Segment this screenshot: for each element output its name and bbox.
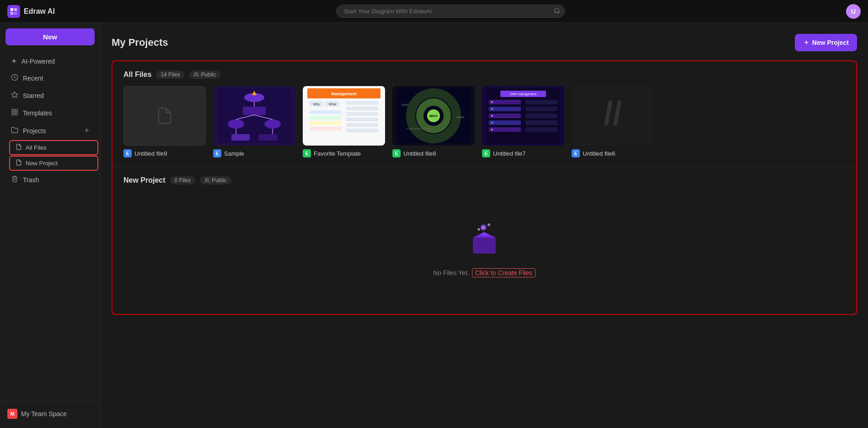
main-content: My Projects ＋ New Project All Files 14 F… — [101, 23, 868, 428]
svg-point-73 — [488, 223, 490, 226]
file-type-icon: E — [572, 149, 580, 157]
all-files-label: All Files — [26, 144, 47, 151]
all-files-section: All Files 14 Files Public E — [113, 61, 856, 167]
file-info: E Sample — [213, 149, 295, 157]
svg-point-64 — [491, 108, 493, 110]
svg-text:What: What — [329, 103, 336, 106]
new-project-button[interactable]: ＋ New Project — [795, 34, 857, 51]
empty-illustration — [466, 219, 503, 263]
team-space-label: My Team Space — [21, 410, 67, 417]
svg-point-74 — [478, 228, 480, 231]
file-card[interactable]: E Untitled file9 — [123, 86, 206, 157]
sidebar-item-recent[interactable]: Recent — [4, 70, 96, 87]
content-area: All Files 14 Files Public E — [112, 60, 857, 315]
create-files-link[interactable]: Click to Create Files — [472, 268, 536, 277]
svg-rect-61 — [525, 120, 557, 125]
svg-rect-57 — [489, 127, 521, 132]
file-name: Sample — [224, 150, 244, 157]
new-project-header: New Project 0 Files Public — [123, 176, 845, 184]
file-info: E Untitled file6 — [572, 149, 654, 157]
team-space[interactable]: M My Team Space — [0, 405, 100, 423]
svg-point-75 — [480, 224, 487, 231]
new-button[interactable]: New — [5, 28, 95, 45]
file-type-icon: E — [392, 149, 401, 157]
sidebar-item-templates[interactable]: Templates — [4, 105, 96, 121]
svg-point-11 — [195, 73, 197, 75]
projects-icon — [11, 126, 18, 135]
sidebar-sub-new-project[interactable]: New Project — [9, 156, 98, 171]
svg-rect-7 — [12, 109, 14, 112]
file-type-icon: E — [213, 149, 221, 157]
svg-point-4 — [555, 8, 559, 12]
svg-text:WHY: WHY — [429, 114, 438, 118]
projects-left: Projects — [11, 126, 46, 135]
file-card[interactable]: // E Untitled file6 — [572, 86, 654, 157]
svg-rect-55 — [489, 114, 521, 118]
all-files-header: All Files 14 Files Public — [123, 70, 845, 79]
svg-rect-53 — [489, 100, 521, 104]
search-input[interactable] — [336, 5, 565, 18]
svg-rect-18 — [259, 134, 277, 141]
sidebar-item-starred[interactable]: Starred — [4, 87, 96, 104]
page-title: My Projects — [112, 37, 168, 49]
svg-rect-36 — [346, 101, 378, 105]
svg-rect-59 — [525, 107, 557, 111]
new-project-file-count: 0 Files — [170, 176, 195, 184]
svg-rect-1 — [14, 8, 17, 11]
empty-state: No Files Yet. Click to Create Files — [123, 192, 845, 305]
file-type-icon: E — [482, 149, 490, 157]
svg-rect-32 — [310, 110, 342, 114]
file-card[interactable]: OKR management — [482, 86, 564, 157]
new-project-label: New Project — [26, 160, 58, 167]
file-card[interactable]: WHY HOW WHAT A spot-something Circling E… — [392, 86, 475, 157]
svg-text:OKR management: OKR management — [510, 92, 536, 96]
file-type-icon: E — [303, 149, 311, 157]
sidebar-item-label: Templates — [23, 109, 52, 117]
new-project-visibility-badge: Public — [200, 176, 231, 184]
svg-rect-9 — [12, 113, 14, 115]
new-project-icon — [16, 159, 22, 167]
svg-rect-2 — [11, 11, 13, 14]
sidebar-item-ai-powered[interactable]: ✦ AI-Powered — [4, 53, 96, 69]
svg-point-66 — [491, 122, 493, 124]
file-card[interactable]: E Sample — [213, 86, 295, 157]
svg-rect-40 — [346, 123, 378, 127]
svg-rect-35 — [310, 127, 342, 130]
trash-icon — [11, 175, 18, 184]
search-icon[interactable] — [554, 7, 560, 15]
svg-rect-34 — [310, 121, 342, 125]
logo: Edraw AI — [7, 5, 55, 18]
svg-text:WHAT: WHAT — [456, 116, 465, 119]
file-count-badge: 14 Files — [156, 70, 184, 79]
svg-rect-41 — [346, 129, 378, 132]
file-info: E Untitled file9 — [123, 149, 206, 157]
sidebar-item-projects[interactable]: Projects + — [4, 122, 96, 139]
sidebar-item-label: Starred — [23, 92, 44, 99]
svg-text:HOW: HOW — [402, 103, 408, 106]
team-icon: M — [7, 409, 17, 419]
svg-text://: // — [604, 95, 622, 132]
file-name: Untitled file7 — [493, 150, 526, 157]
ai-icon: ✦ — [11, 57, 17, 65]
avatar[interactable]: U — [846, 4, 861, 19]
templates-icon — [11, 108, 18, 118]
files-grid: E Untitled file9 — [123, 86, 845, 157]
file-type-icon: E — [123, 149, 132, 157]
plus-icon: ＋ — [803, 38, 809, 47]
svg-text:A spot-something Circling: A spot-something Circling — [406, 127, 432, 130]
svg-rect-37 — [346, 107, 378, 110]
file-thumbnail — [213, 86, 295, 146]
sidebar-sub-all-files[interactable]: All Files — [9, 140, 98, 155]
visibility-badge: Public — [189, 70, 220, 79]
sidebar-item-label: Trash — [23, 176, 39, 184]
add-project-icon[interactable]: + — [84, 126, 89, 135]
layout: New ✦ AI-Powered Recent Starred Template… — [0, 23, 868, 428]
svg-text:Management: Management — [331, 92, 356, 96]
svg-rect-71 — [473, 238, 496, 254]
sidebar-item-trash[interactable]: Trash — [4, 172, 96, 188]
file-card[interactable]: Management Why What — [303, 86, 385, 157]
svg-point-16 — [264, 119, 281, 129]
search-bar[interactable] — [336, 5, 565, 18]
topbar-right: U — [846, 4, 861, 19]
svg-point-70 — [205, 179, 207, 180]
